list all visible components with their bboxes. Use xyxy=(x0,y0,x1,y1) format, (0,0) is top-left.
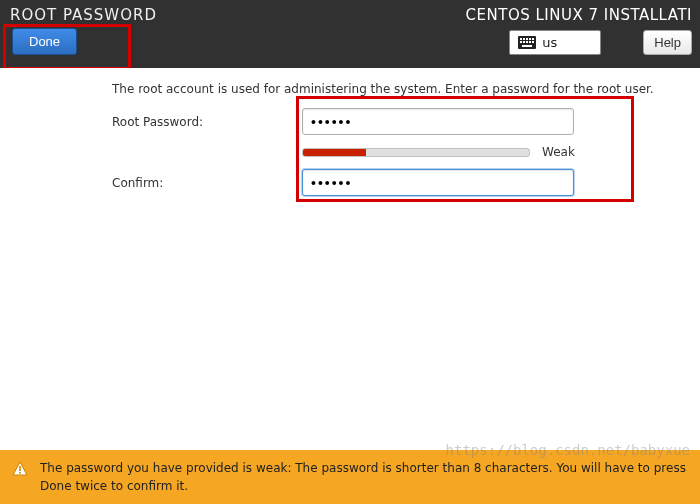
root-password-input[interactable] xyxy=(302,108,574,135)
warning-icon xyxy=(12,461,28,477)
strength-meter xyxy=(302,148,530,157)
header-bar: ROOT PASSWORD Done CENTOS LINUX 7 INSTAL… xyxy=(0,0,700,68)
help-button[interactable]: Help xyxy=(643,30,692,55)
strength-label: Weak xyxy=(542,145,575,159)
svg-rect-1 xyxy=(520,38,522,40)
svg-rect-10 xyxy=(532,41,534,43)
page-title: ROOT PASSWORD xyxy=(10,6,157,24)
content-area: The root account is used for administeri… xyxy=(0,68,700,226)
keyboard-icon xyxy=(518,36,536,49)
strength-row: Weak xyxy=(302,145,680,159)
svg-rect-8 xyxy=(526,41,528,43)
svg-rect-3 xyxy=(526,38,528,40)
confirm-label: Confirm: xyxy=(112,176,302,190)
keyboard-layout-label: us xyxy=(542,35,557,50)
done-button[interactable]: Done xyxy=(12,28,77,55)
description-text: The root account is used for administeri… xyxy=(112,82,680,96)
svg-rect-11 xyxy=(522,45,532,47)
main-area: The root account is used for administeri… xyxy=(0,68,700,504)
header-left: ROOT PASSWORD Done xyxy=(0,0,157,68)
svg-rect-13 xyxy=(19,472,21,474)
svg-rect-6 xyxy=(520,41,522,43)
root-password-row: Root Password: xyxy=(112,108,680,135)
header-buttons: us Help xyxy=(509,30,692,55)
header-right: CENTOS LINUX 7 INSTALLATI xyxy=(466,0,700,68)
warning-bar: The password you have provided is weak: … xyxy=(0,450,700,504)
svg-rect-2 xyxy=(523,38,525,40)
root-password-label: Root Password: xyxy=(112,115,302,129)
svg-rect-5 xyxy=(532,38,534,40)
confirm-row: Confirm: xyxy=(112,169,680,196)
confirm-password-input[interactable] xyxy=(302,169,574,196)
keyboard-layout-selector[interactable]: us xyxy=(509,30,601,55)
warning-text: The password you have provided is weak: … xyxy=(40,459,688,495)
svg-rect-7 xyxy=(523,41,525,43)
strength-fill xyxy=(303,149,366,156)
install-title: CENTOS LINUX 7 INSTALLATI xyxy=(466,6,692,24)
svg-rect-12 xyxy=(19,466,21,471)
whitespace xyxy=(0,226,700,450)
svg-rect-9 xyxy=(529,41,531,43)
svg-rect-4 xyxy=(529,38,531,40)
